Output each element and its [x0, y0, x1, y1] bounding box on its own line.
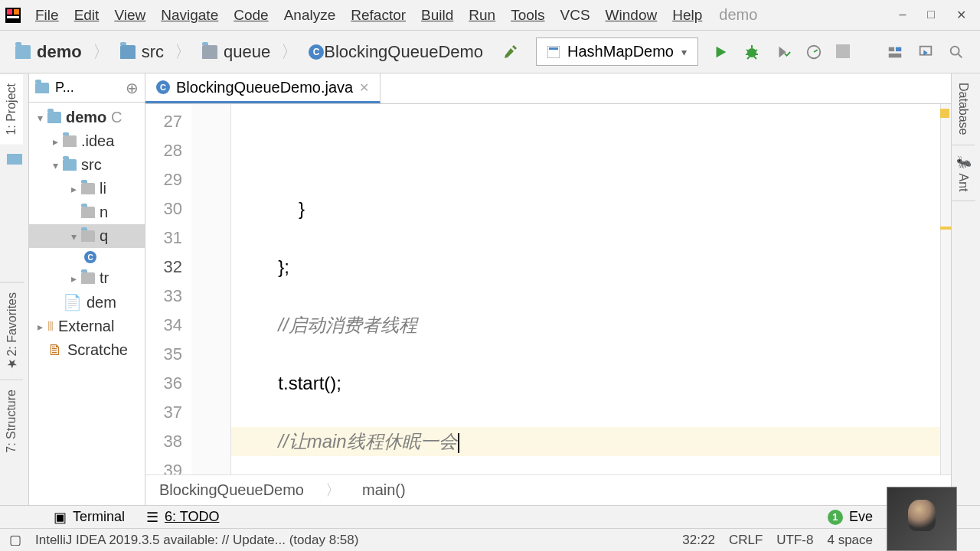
tree-src[interactable]: ▾ src [29, 153, 145, 177]
tree-dem[interactable]: 📄 dem [29, 290, 145, 315]
breadcrumbs: demo 〉 src 〉 queue 〉 CBlockingQueueDemo [6, 39, 492, 65]
indent-settings[interactable]: 4 space [827, 533, 873, 548]
menu-window[interactable]: Window [598, 4, 665, 27]
todo-tool-button[interactable]: ☰ 6: TODO [146, 509, 219, 526]
stop-button[interactable] [836, 41, 850, 63]
window-minimize-button[interactable]: – [899, 8, 906, 22]
database-tool-tab[interactable]: Database [952, 73, 975, 145]
status-notification[interactable]: IntelliJ IDEA 2019.3.5 available: // Upd… [35, 533, 358, 548]
folder-icon [81, 230, 95, 242]
tool-window-quick-access[interactable]: ▢ [9, 532, 21, 548]
favorites-tool-tab[interactable]: ★ 2: Favorites [0, 282, 24, 380]
search-everywhere-button[interactable] [917, 44, 934, 60]
editor-tab-blockingqueuedemo[interactable]: C BlockingQueueDemo.java ✕ [145, 73, 381, 103]
folder-icon [47, 112, 61, 123]
chevron-right-icon: 〉 [173, 41, 193, 64]
build-button[interactable] [504, 43, 522, 61]
expand-toggle[interactable]: ▾ [32, 112, 47, 124]
coverage-button[interactable] [775, 44, 792, 60]
menu-view[interactable]: View [106, 4, 153, 27]
menu-analyze[interactable]: Analyze [276, 4, 344, 27]
svg-rect-1 [7, 9, 12, 15]
menu-code[interactable]: Code [226, 4, 276, 27]
expand-toggle[interactable]: ▸ [32, 321, 47, 333]
project-tree: ▾ demo C ▸ .idea ▾ src ▸ li n ▾ q [29, 103, 145, 365]
expand-toggle[interactable]: ▾ [47, 159, 63, 171]
svg-rect-10 [889, 53, 902, 57]
warning-indicator-icon [940, 109, 949, 118]
structure-tool-tab[interactable]: 7: Structure [0, 380, 23, 462]
application-icon [547, 46, 560, 58]
folder-icon [35, 83, 49, 93]
terminal-tool-button[interactable]: ▣ Terminal [54, 509, 125, 526]
menu-navigate[interactable]: Navigate [153, 4, 226, 27]
fold-gutter[interactable] [191, 104, 231, 474]
tree-idea[interactable]: ▸ .idea [29, 129, 145, 153]
project-structure-button[interactable] [887, 44, 903, 60]
expand-toggle[interactable]: ▾ [66, 230, 81, 243]
code-editor[interactable]: } }; //启动消费者线程 t.start(); //让main线程休眠一会 … [231, 104, 951, 474]
terminal-icon: ▣ [54, 509, 67, 526]
ant-tool-tab[interactable]: 🐜 Ant [952, 145, 975, 201]
window-maximize-button[interactable]: □ [927, 8, 935, 22]
find-button[interactable] [948, 44, 965, 60]
breadcrumb-class-name[interactable]: BlockingQueueDemo [159, 481, 304, 499]
event-log-button[interactable]: 1 Eve [828, 509, 873, 525]
breadcrumb-demo[interactable]: demo [6, 39, 91, 65]
menu-run[interactable]: Run [461, 4, 503, 27]
menu-vcs[interactable]: VCS [553, 4, 598, 27]
svg-point-6 [747, 48, 756, 57]
expand-toggle[interactable]: ▸ [66, 272, 81, 285]
menu-tools[interactable]: Tools [503, 4, 552, 27]
project-panel-header: P... ⊕ [29, 73, 145, 103]
tree-n[interactable]: n [29, 201, 145, 224]
menu-help[interactable]: Help [665, 4, 710, 27]
window-project-label: demo [719, 6, 757, 24]
folder-icon [63, 135, 77, 147]
caret-position[interactable]: 32:22 [682, 533, 715, 548]
warning-tick[interactable] [940, 227, 951, 230]
tree-li[interactable]: ▸ li [29, 177, 145, 201]
expand-toggle[interactable]: ▸ [66, 183, 81, 195]
menu-build[interactable]: Build [413, 4, 461, 27]
debug-button[interactable] [743, 43, 761, 61]
error-stripe[interactable] [940, 104, 951, 474]
breadcrumb-method-name[interactable]: main() [362, 481, 406, 499]
svg-rect-3 [7, 16, 19, 18]
menu-edit[interactable]: Edit [67, 4, 107, 27]
class-icon: C [309, 44, 324, 60]
line-number-gutter: 27 28 29 30 31 32 33 34 35 36 37 38 39 [145, 104, 191, 474]
tree-class-item[interactable]: C [29, 248, 145, 266]
run-configuration-selector[interactable]: HashMapDemo ▾ [536, 37, 698, 66]
tree-root-demo[interactable]: ▾ demo C [29, 106, 145, 129]
tree-external-libs[interactable]: ▸ ⫴ External [29, 315, 145, 338]
notification-badge: 1 [828, 510, 843, 525]
folder-icon [15, 45, 31, 59]
menu-refactor[interactable]: Refactor [343, 4, 413, 27]
source-folder-icon [63, 159, 77, 171]
target-icon[interactable]: ⊕ [126, 79, 139, 97]
status-bar: ▢ IntelliJ IDEA 2019.3.5 available: // U… [0, 528, 980, 551]
line-separator[interactable]: CRLF [729, 533, 763, 548]
svg-rect-5 [549, 47, 558, 50]
editor-tabs: C BlockingQueueDemo.java ✕ [145, 73, 951, 104]
menu-file[interactable]: File [28, 4, 67, 27]
tree-scratches[interactable]: 🗎 Scratche [29, 338, 145, 362]
library-icon: ⫴ [47, 318, 54, 334]
project-view-mode[interactable]: P... [55, 80, 119, 96]
window-close-button[interactable]: ✕ [956, 8, 966, 22]
project-tool-tab[interactable]: 1: Project [0, 73, 23, 145]
tree-q-selected[interactable]: ▾ q [29, 224, 145, 248]
tree-tr[interactable]: ▸ tr [29, 266, 145, 290]
close-tab-button[interactable]: ✕ [359, 80, 369, 95]
menu-bar: File Edit View Navigate Code Analyze Ref… [0, 0, 980, 31]
profile-button[interactable] [805, 44, 822, 60]
expand-toggle[interactable]: ▸ [47, 135, 63, 148]
svg-rect-2 [14, 9, 19, 15]
file-encoding[interactable]: UTF-8 [776, 533, 813, 548]
breadcrumb-queue[interactable]: queue [193, 39, 279, 65]
breadcrumb-src[interactable]: src [111, 39, 173, 65]
editor-area: C BlockingQueueDemo.java ✕ 27 28 29 30 3… [145, 73, 951, 505]
breadcrumb-class[interactable]: CBlockingQueueDemo [299, 39, 492, 65]
run-button[interactable] [712, 44, 729, 60]
